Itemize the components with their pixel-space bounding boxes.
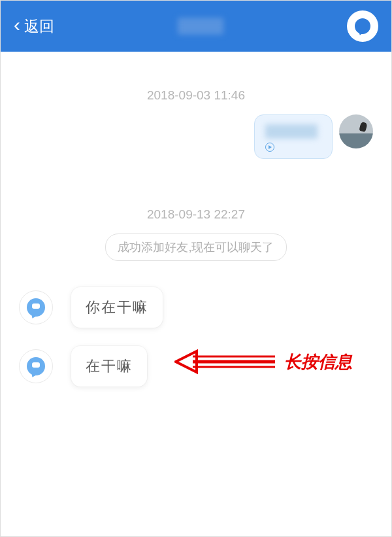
- chat-bubble-icon: [355, 18, 370, 34]
- outgoing-message-bubble[interactable]: [254, 114, 333, 159]
- incoming-message-bubble[interactable]: 在干嘛: [71, 346, 147, 387]
- incoming-message-row: 你在干嘛: [19, 287, 373, 328]
- system-message: 成功添加好友,现在可以聊天了: [105, 234, 286, 261]
- avatar-self[interactable]: [339, 114, 373, 148]
- chat-bubble-icon: [27, 298, 45, 317]
- message-content-blurred: [265, 124, 318, 139]
- header-bar: ‹ 返回: [1, 1, 391, 52]
- chat-bubble-icon: [27, 357, 45, 375]
- timestamp: 2018-09-13 22:27: [19, 207, 373, 222]
- play-icon: [265, 143, 274, 152]
- chat-screen: ‹ 返回 2018-09-03 11:46 2018-09-13 22:27 成…: [0, 0, 392, 537]
- avatar-contact[interactable]: [19, 349, 53, 383]
- avatar-contact[interactable]: [19, 290, 53, 324]
- incoming-message-bubble[interactable]: 你在干嘛: [71, 287, 163, 328]
- header-action-button[interactable]: [347, 10, 378, 42]
- outgoing-message-row: [19, 114, 373, 159]
- incoming-message-row: 在干嘛: [19, 346, 373, 387]
- timestamp: 2018-09-03 11:46: [19, 88, 373, 103]
- chat-body[interactable]: 2018-09-03 11:46 2018-09-13 22:27 成功添加好友…: [1, 52, 391, 537]
- back-button[interactable]: ‹ 返回: [14, 16, 54, 37]
- chevron-left-icon: ‹: [14, 15, 20, 35]
- header-title-blurred: [178, 18, 223, 35]
- back-label: 返回: [24, 16, 54, 37]
